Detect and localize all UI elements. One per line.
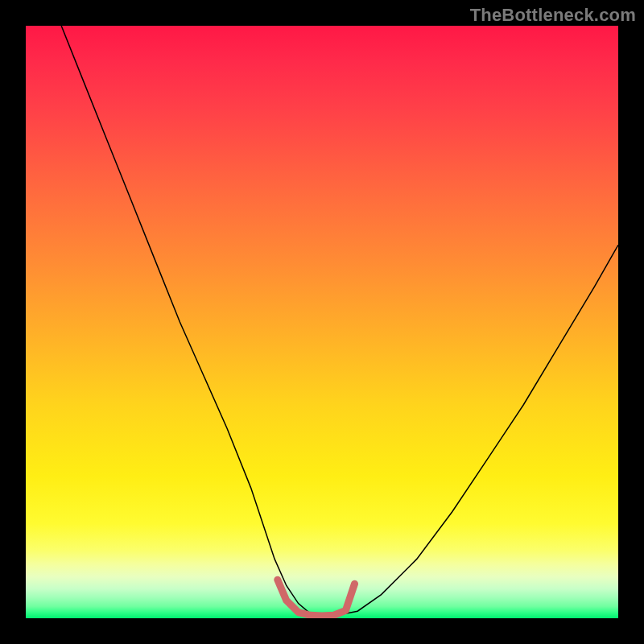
curve-layer: [26, 26, 618, 618]
plot-area: [26, 26, 618, 618]
chart-frame: TheBottleneck.com: [0, 0, 644, 644]
optimal-zone-curve: [278, 580, 355, 616]
watermark-text: TheBottleneck.com: [470, 5, 636, 26]
bottleneck-curve: [61, 26, 618, 616]
